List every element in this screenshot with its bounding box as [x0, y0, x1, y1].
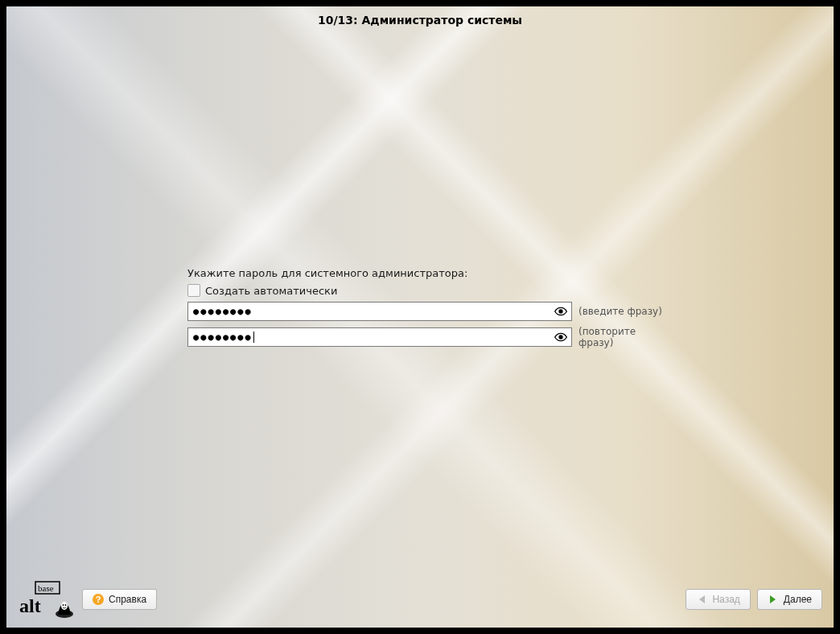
svg-point-8: [65, 604, 67, 606]
help-button-label: Справка: [109, 594, 146, 605]
svg-point-0: [559, 310, 562, 313]
password-hint-2: (повторите фразу): [579, 326, 670, 348]
back-button-label: Назад: [712, 594, 739, 605]
password-row-2: ●●●●●●●● (повторите фразу): [187, 326, 670, 348]
password-hint-1: (введите фразу): [579, 306, 662, 317]
password-input-1[interactable]: [187, 302, 572, 321]
password-input-2-value: ●●●●●●●●: [193, 331, 253, 343]
page-title-bar: 10/13: Администратор системы: [6, 6, 834, 34]
next-button-label: Далее: [784, 594, 812, 605]
help-button[interactable]: ? Справка: [82, 589, 157, 610]
installer-window: 10/13: Администратор системы Укажите пар…: [6, 6, 834, 628]
footer-bar: base alt ? Справка Назад Далее: [6, 579, 834, 628]
svg-point-1: [559, 336, 562, 339]
password-input-wrap-1: [187, 302, 572, 321]
auto-generate-checkbox[interactable]: [187, 284, 200, 297]
password-form: Укажите пароль для системного администра…: [187, 267, 670, 353]
svg-text:base: base: [38, 583, 54, 593]
content-area: Укажите пароль для системного администра…: [6, 34, 834, 579]
auto-generate-label: Создать автоматически: [205, 285, 337, 297]
next-button[interactable]: Далее: [757, 589, 822, 610]
auto-generate-row: Создать автоматически: [187, 284, 670, 297]
show-password-icon[interactable]: [554, 330, 568, 344]
back-button[interactable]: Назад: [686, 589, 750, 610]
basealt-logo: base alt: [18, 580, 74, 619]
form-prompt: Укажите пароль для системного администра…: [187, 267, 670, 279]
password-row-1: (введите фразу): [187, 302, 670, 321]
help-icon: ?: [93, 594, 104, 605]
chevron-right-icon: [768, 594, 779, 605]
show-password-icon[interactable]: [554, 304, 568, 319]
page-title: 10/13: Администратор системы: [318, 14, 522, 27]
svg-point-7: [63, 604, 64, 606]
password-input-wrap-2: ●●●●●●●●: [187, 327, 572, 347]
text-cursor: [253, 331, 254, 343]
password-input-2[interactable]: ●●●●●●●●: [187, 327, 572, 347]
svg-text:alt: alt: [19, 595, 41, 616]
chevron-left-icon: [696, 594, 707, 605]
svg-point-6: [61, 602, 68, 610]
